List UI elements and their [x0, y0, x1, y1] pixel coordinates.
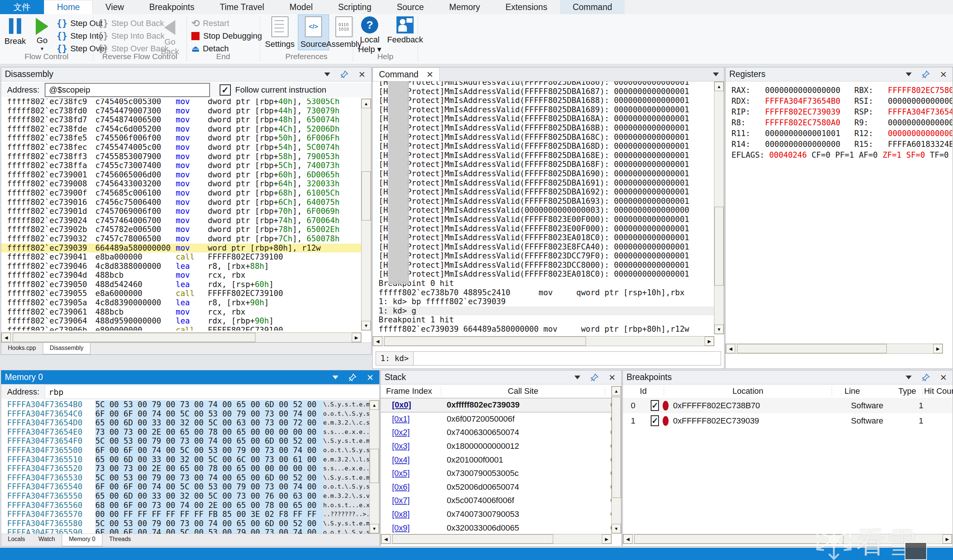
frame-index-link[interactable]: [0x7]	[392, 496, 410, 505]
go-dropdown-arrow[interactable]: ▾	[40, 45, 43, 52]
scroll-right-button[interactable]: ▶	[602, 534, 611, 544]
document-tab[interactable]: Watch	[32, 534, 62, 546]
ribbon-tab[interactable]: Extensions	[493, 0, 560, 14]
frame-index-link[interactable]: [0x4]	[392, 455, 410, 464]
scroll-thumb[interactable]	[714, 207, 724, 286]
scroll-thumb[interactable]	[737, 344, 887, 353]
scroll-down-button[interactable]: ▼	[369, 524, 379, 533]
stack-frame-row[interactable]: [0x5] 0x7300790053005c 0x	[381, 467, 612, 480]
document-tab[interactable]: Hooks.cpp	[1, 343, 43, 354]
disassembly-row[interactable]: fffff802`ec739008 c7456433003200 mov dwo…	[1, 179, 362, 189]
disassembly-vscrollbar[interactable]: ▲ ▼	[361, 99, 371, 331]
stop-debugging-button[interactable]: Stop Debugging	[191, 31, 262, 42]
stack-hscrollbar[interactable]: ◀ ▶	[381, 534, 612, 544]
file-menu-tab[interactable]: 文件	[0, 0, 44, 14]
memory-address-input[interactable]: rbp	[45, 385, 379, 399]
stack-frame-row[interactable]: [0x1] 0x6f00720050006f 0x	[381, 412, 612, 426]
disassembly-row[interactable]: fffff802`ec739046 4c8d8388000000 lea r8,…	[1, 262, 362, 271]
memory-dump[interactable]: FFFFA304F73654B0 5C 00 53 00 79 00 73 00…	[1, 400, 369, 534]
scroll-thumb[interactable]	[369, 449, 379, 483]
column-header-location[interactable]: Location	[664, 386, 832, 396]
close-icon[interactable]: ×	[608, 374, 615, 381]
close-icon[interactable]: ×	[359, 71, 365, 78]
command-output[interactable]: [H Protect]MmIsAddressValid(FFFFF8025DBA…	[373, 82, 714, 334]
disassembly-row[interactable]: fffff802`ec739024 c7457464006700 mov dwo…	[1, 216, 362, 225]
column-header-call-site[interactable]: Call Site	[441, 386, 605, 396]
scroll-left-button[interactable]: ◀	[373, 337, 382, 346]
column-header-frame-index[interactable]: Frame Index	[381, 386, 441, 396]
panel-menu-icon[interactable]	[324, 73, 330, 76]
break-button[interactable]: Break	[5, 16, 26, 46]
pin-icon[interactable]	[340, 70, 349, 79]
scroll-down-button[interactable]: ▼	[714, 325, 724, 334]
stack-frame-row[interactable]: [0x3] 0x18000000000012 0x	[381, 439, 612, 453]
breakpoints-hscrollbar[interactable]: ◀ ▶	[623, 534, 952, 544]
disassembly-row[interactable]: fffff802`ec739016 c7456c75006400 mov dwo…	[1, 198, 362, 207]
step-into-button[interactable]: {}Step Into	[57, 31, 103, 42]
stack-rows[interactable]: [0x0] 0xfffff802ec739039 0x [0x1] 0x6f00…	[381, 398, 612, 534]
scroll-thumb[interactable]	[384, 337, 586, 346]
registers-list[interactable]: RAX: 0000000000000000 RBX: FFFFF802EC758…	[731, 85, 952, 342]
ribbon-tab[interactable]: Memory	[437, 0, 493, 14]
pin-icon[interactable]	[348, 373, 357, 382]
close-icon[interactable]: ×	[940, 374, 947, 381]
scroll-right-button[interactable]: ▶	[352, 333, 361, 342]
frame-index-link[interactable]: [0x6]	[392, 482, 410, 492]
stack-frame-row[interactable]: [0x0] 0xfffff802ec739039 0x	[381, 398, 612, 412]
disassembly-row[interactable]: fffff802`ec739041 e8ba000000 call FFFFF8…	[1, 252, 362, 262]
disassembly-row[interactable]: fffff802`ec738ffa c7455c73007400 mov dwo…	[1, 161, 362, 170]
scroll-left-button[interactable]: ◀	[726, 344, 735, 353]
disassembly-row[interactable]: fffff802`ec738ff3 c7455853007900 mov dwo…	[1, 152, 362, 161]
panel-menu-icon[interactable]	[713, 73, 719, 76]
disassembly-row[interactable]: fffff802`ec739039 664489a580000000 mov w…	[1, 244, 362, 253]
scroll-up-button[interactable]: ▲	[362, 99, 371, 108]
breakpoint-enabled-checkbox[interactable]: ✓	[651, 400, 659, 411]
scroll-up-button[interactable]: ▲	[714, 82, 724, 91]
panel-menu-icon[interactable]	[574, 376, 580, 379]
panel-menu-icon[interactable]	[332, 376, 338, 379]
disassembly-row[interactable]: fffff802`ec73905a 4c8d8390000000 lea r8,…	[1, 298, 362, 308]
frame-index-link[interactable]: [0x1]	[392, 414, 410, 424]
scroll-left-button[interactable]: ◀	[381, 534, 391, 544]
disassembly-row[interactable]: fffff802`ec73906b e890000000 call FFFFF8…	[1, 326, 362, 331]
ribbon-tab[interactable]: View	[93, 0, 136, 14]
source-button[interactable]: </> Source	[298, 14, 329, 50]
restart-button[interactable]: ⟲Restart	[191, 18, 229, 29]
document-tab[interactable]: Memory 0	[62, 534, 102, 546]
breakpoint-row[interactable]: 1 ✓ 0xFFFFF802EC739039 Software 1	[623, 413, 952, 429]
frame-index-link[interactable]: [0x2]	[392, 428, 410, 437]
document-tab[interactable]: Disassembly	[43, 343, 91, 354]
disassembly-row[interactable]: fffff802`ec739050 488d542460 lea rdx, [r…	[1, 280, 362, 289]
stack-frame-row[interactable]: [0x2] 0x74006300650074 0x	[381, 426, 612, 439]
scroll-up-button[interactable]: ▲	[612, 386, 621, 396]
breakpoint-row[interactable]: 0 ✓ 0xFFFFF802EC738B70 Software 1	[623, 398, 952, 413]
scroll-thumb[interactable]	[12, 333, 255, 342]
disassembly-row[interactable]: fffff802`ec739001 c7456065006d00 mov dwo…	[1, 170, 362, 179]
column-header-id[interactable]: Id	[623, 386, 664, 396]
breakpoint-enabled-checkbox[interactable]: ✓	[651, 415, 659, 426]
frame-index-link[interactable]: [0x0]	[392, 400, 411, 409]
disassembly-row[interactable]: fffff802`ec739032 c7457c78006500 mov dwo…	[1, 234, 362, 244]
frame-index-link[interactable]: [0x8]	[392, 509, 410, 519]
settings-button[interactable]: Settings	[265, 16, 295, 49]
pin-icon[interactable]	[921, 70, 930, 79]
disassembly-row[interactable]: fffff802`ec738fc9 c745405c005300 mov dwo…	[1, 99, 362, 106]
disassembly-row[interactable]: fffff802`ec738fd0 c7454479007300 mov dwo…	[1, 106, 362, 116]
frame-index-link[interactable]: [0x5]	[392, 469, 410, 478]
step-out-back-button[interactable]: {}Step Out Back	[98, 18, 164, 29]
go-button[interactable]: Go ▾	[36, 16, 48, 52]
stack-frame-row[interactable]: [0x4] 0x201000f0001 0x	[381, 453, 612, 467]
document-tab[interactable]: Locals	[1, 534, 32, 546]
ribbon-tab[interactable]: Time Travel	[207, 0, 276, 14]
ribbon-tab[interactable]: Breakpoints	[137, 0, 207, 14]
scroll-up-button[interactable]: ▲	[369, 401, 379, 410]
disassembly-row[interactable]: fffff802`ec738fd7 c7454874006500 mov dwo…	[1, 115, 362, 125]
close-icon[interactable]: ×	[367, 374, 373, 381]
ribbon-tab[interactable]: Command	[560, 0, 625, 14]
disassembly-row[interactable]: fffff802`ec739055 e8a6000000 call FFFFF8…	[1, 289, 362, 298]
command-tab[interactable]: Command×	[373, 67, 440, 81]
disassembly-address-input[interactable]: @$scopeip	[45, 83, 210, 97]
memory-vscrollbar[interactable]: ▲ ▼	[369, 400, 379, 534]
scroll-down-button[interactable]: ▼	[362, 321, 371, 330]
command-hscrollbar[interactable]: ◀ ▶	[373, 336, 714, 346]
